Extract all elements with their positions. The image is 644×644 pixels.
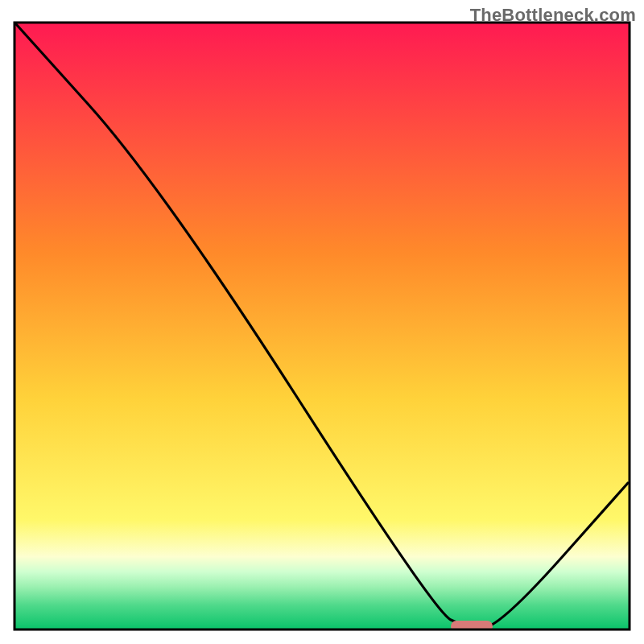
bottleneck-curve-plot	[0, 0, 644, 644]
heat-gradient	[14, 23, 630, 630]
chart-stage: TheBottleneck.com	[0, 0, 644, 644]
